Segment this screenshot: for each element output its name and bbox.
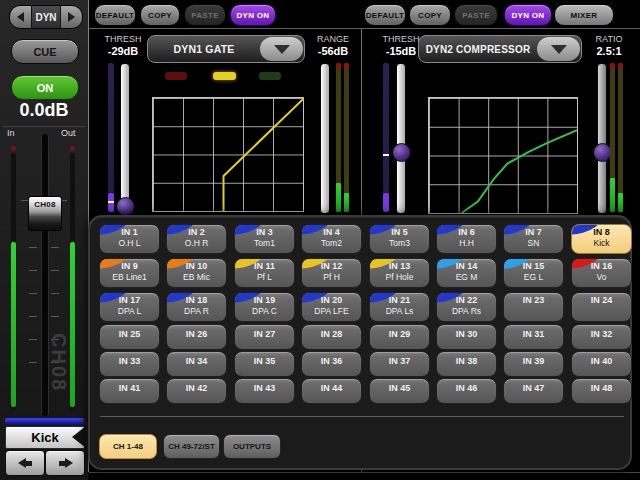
channel-button[interactable]: IN 8Kick: [571, 224, 632, 254]
channel-button[interactable]: IN 35: [234, 351, 295, 377]
channel-button[interactable]: IN 28: [301, 324, 362, 350]
channel-button[interactable]: IN 5Tom3: [369, 224, 430, 254]
on-button[interactable]: ON: [11, 75, 79, 100]
channel-button[interactable]: IN 38: [436, 351, 497, 377]
channel-button[interactable]: IN 31: [503, 324, 564, 350]
tab-ch-1-48[interactable]: CH 1-48: [99, 434, 157, 459]
channel-button[interactable]: IN 16Vo: [571, 258, 632, 288]
dyn2-copy-button[interactable]: COPY: [409, 4, 451, 26]
fader-tick: [51, 316, 59, 317]
dyn1-thresh-knob[interactable]: [116, 197, 135, 216]
channel-button[interactable]: IN 45: [369, 378, 430, 404]
channel-button[interactable]: IN 29: [369, 324, 430, 350]
fader-handle[interactable]: CH08: [28, 196, 62, 231]
channel-button[interactable]: IN 7SN: [503, 224, 564, 254]
channel-button[interactable]: IN 30: [436, 324, 497, 350]
channel-button[interactable]: IN 6H.H: [436, 224, 497, 254]
dyn1-default-button[interactable]: DEFAULT: [94, 4, 136, 26]
bottom-separator: [89, 472, 640, 473]
channel-button[interactable]: IN 32: [571, 324, 632, 350]
channel-button[interactable]: IN 14EG M: [436, 258, 497, 288]
channel-button[interactable]: IN 37: [369, 351, 430, 377]
dyn1-thresh-slider[interactable]: [120, 63, 130, 214]
selector-next-button[interactable]: [61, 6, 82, 28]
dyn2-type-label: DYN2 COMPRESSOR: [419, 44, 537, 55]
next-channel-button[interactable]: [45, 450, 85, 476]
mixer-button[interactable]: MIXER: [554, 4, 614, 26]
selector-prev-button[interactable]: [10, 6, 31, 28]
dyn1-range-slider[interactable]: [320, 63, 330, 214]
nameplate-notch: [72, 426, 86, 448]
dyn2-ratio-slider[interactable]: [597, 63, 607, 214]
channel-button[interactable]: IN 23: [503, 292, 564, 322]
dyn1-copy-button[interactable]: COPY: [140, 4, 180, 26]
channel-button[interactable]: IN 40: [571, 351, 632, 377]
dyn1-thresh-param: THRESH -29dB: [100, 34, 146, 57]
out-level-meter: [70, 153, 75, 410]
channel-id: IN 17: [119, 295, 141, 306]
channel-button[interactable]: IN 19DPA C: [234, 292, 295, 322]
fader-tick: [29, 293, 37, 294]
channel-button[interactable]: IN 4Tom2: [301, 224, 362, 254]
channel-button[interactable]: IN 24: [571, 292, 632, 322]
channel-id: IN 38: [456, 356, 478, 367]
dyn2-paste-button[interactable]: PASTE: [454, 4, 498, 26]
dyn2-ratio-param: RATIO 2.5:1: [584, 34, 634, 57]
tab-outputs[interactable]: OUTPUTS: [223, 434, 281, 459]
channel-button[interactable]: IN 1O.H L: [99, 224, 160, 254]
prev-channel-button[interactable]: [5, 450, 45, 476]
channel-button[interactable]: IN 13Pf Hole: [369, 258, 430, 288]
channel-button[interactable]: IN 33: [99, 351, 160, 377]
channel-button[interactable]: IN 34: [166, 351, 227, 377]
dyn1-paste-button[interactable]: PASTE: [184, 4, 226, 26]
channel-id: IN 5: [391, 227, 408, 238]
channel-button[interactable]: IN 11Pf L: [234, 258, 295, 288]
channel-button[interactable]: IN 3Tom1: [234, 224, 295, 254]
channel-label: Tom1: [254, 238, 275, 248]
channel-button[interactable]: IN 43: [234, 378, 295, 404]
channel-button[interactable]: IN 46: [436, 378, 497, 404]
channel-button[interactable]: IN 12Pf H: [301, 258, 362, 288]
cue-button[interactable]: CUE: [11, 39, 79, 64]
channel-button[interactable]: IN 39: [503, 351, 564, 377]
dyn1-on-button[interactable]: DYN ON: [230, 4, 276, 26]
channel-button[interactable]: IN 41: [99, 378, 160, 404]
channel-button[interactable]: IN 36: [301, 351, 362, 377]
channel-select-panel: IN 1O.H LIN 2O.H RIN 3Tom1IN 4Tom2IN 5To…: [88, 215, 632, 470]
channel-button[interactable]: IN 42: [166, 378, 227, 404]
channel-button[interactable]: IN 47: [503, 378, 564, 404]
channel-color-bar: [5, 418, 84, 425]
channel-button[interactable]: IN 44: [301, 378, 362, 404]
dyn2-thresh-slider[interactable]: [396, 63, 406, 214]
dyn2-default-button[interactable]: DEFAULT: [364, 4, 406, 26]
channel-button[interactable]: IN 48: [571, 378, 632, 404]
channel-button[interactable]: IN 2O.H R: [166, 224, 227, 254]
channel-button[interactable]: IN 27: [234, 324, 295, 350]
channel-button[interactable]: IN 21DPA Ls: [369, 292, 430, 322]
channel-button[interactable]: IN 17DPA L: [99, 292, 160, 322]
channel-id: IN 27: [254, 329, 276, 340]
channel-button[interactable]: IN 9EB Line1: [99, 258, 160, 288]
channel-button[interactable]: IN 26: [166, 324, 227, 350]
channel-button[interactable]: IN 25: [99, 324, 160, 350]
channel-button[interactable]: IN 22DPA Rs: [436, 292, 497, 322]
dyn1-gr-meter-1: [336, 63, 341, 212]
ratio-label: RATIO: [584, 34, 634, 44]
dyn2-gr-meter-1: [610, 63, 615, 212]
dyn2-thresh-knob[interactable]: [392, 143, 411, 162]
channel-id: IN 14: [456, 261, 478, 272]
channel-button[interactable]: IN 10EB Mic: [166, 258, 227, 288]
channel-id: IN 12: [321, 261, 343, 272]
dyn2-type-selector[interactable]: DYN2 COMPRESSOR: [418, 35, 582, 63]
channel-button[interactable]: IN 15EG L: [503, 258, 564, 288]
channel-button[interactable]: IN 20DPA LFE: [301, 292, 362, 322]
fader-tick: [29, 247, 37, 248]
channel-id: IN 39: [523, 356, 545, 367]
dyn2-on-button[interactable]: DYN ON: [504, 4, 552, 26]
dyn1-type-selector[interactable]: DYN1 GATE: [147, 35, 305, 63]
dyn1-gr-meter-2: [344, 63, 349, 212]
channel-button[interactable]: IN 18DPA R: [166, 292, 227, 322]
tab-ch-49-72-st[interactable]: CH 49-72/ST: [163, 434, 220, 459]
out-clip-led: [70, 146, 75, 151]
channel-label: DPA C: [252, 306, 277, 316]
